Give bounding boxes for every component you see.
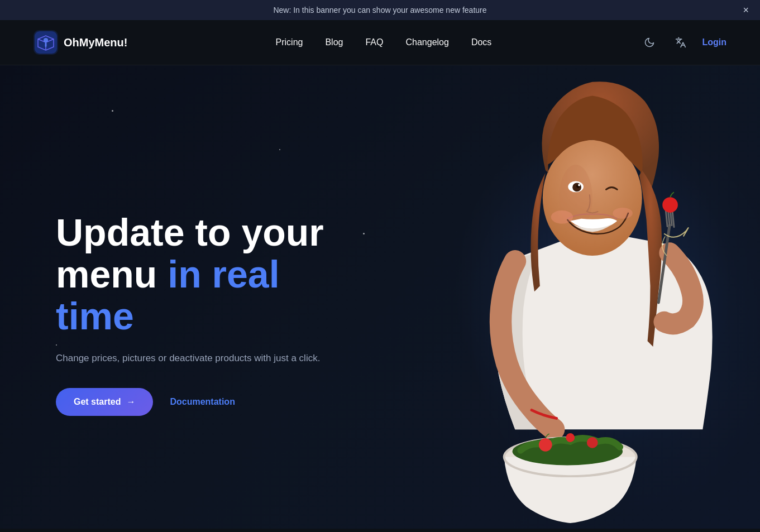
logo-icon [34,30,58,55]
moon-icon [644,37,655,48]
theme-toggle-button[interactable] [639,32,659,52]
top-banner: New: In this banner you can show your aw… [0,0,760,20]
navbar: OhMyMenu! Pricing Blog FAQ Changelog Doc… [0,20,760,65]
nav-item-pricing[interactable]: Pricing [276,37,303,47]
star-decoration [112,110,113,112]
star-decoration [363,233,365,234]
banner-text: New: In this banner you can show your aw… [273,6,486,15]
hero-title: Update to your menu in real time [56,212,324,337]
hero-image [403,71,760,529]
arrow-icon: → [126,397,135,407]
nav-item-blog[interactable]: Blog [325,37,343,47]
svg-point-2 [44,38,48,42]
hero-section: Update to your menu in real time Change … [0,65,760,529]
nav-link-faq[interactable]: FAQ [365,37,383,47]
svg-point-25 [662,197,678,213]
svg-point-11 [578,184,580,186]
svg-point-17 [539,438,552,452]
hero-subtitle: Change prices, pictures or deactivate pr… [56,351,324,366]
nav-item-faq[interactable]: FAQ [365,37,383,47]
star-decoration [279,149,280,150]
nav-item-changelog[interactable]: Changelog [405,37,448,47]
nav-links: Pricing Blog FAQ Changelog Docs [276,37,492,47]
hero-person-illustration [403,71,760,529]
hero-title-line1: Update to your [56,211,324,253]
translate-icon [675,37,686,48]
get-started-label: Get started [74,397,121,407]
hero-title-line3: time [56,295,134,337]
login-button[interactable]: Login [702,37,726,47]
nav-link-pricing[interactable]: Pricing [276,37,303,47]
hero-content: Update to your menu in real time Change … [56,212,324,416]
svg-point-12 [551,210,573,224]
documentation-button[interactable]: Documentation [170,397,235,407]
svg-point-13 [613,208,633,219]
get-started-button[interactable]: Get started → [56,388,153,416]
nav-link-changelog[interactable]: Changelog [405,37,448,47]
nav-link-docs[interactable]: Docs [471,37,491,47]
nav-link-blog[interactable]: Blog [325,37,343,47]
banner-close-button[interactable]: × [743,5,749,15]
translate-button[interactable] [671,32,691,52]
logo-link[interactable]: OhMyMenu! [34,30,127,55]
hero-buttons: Get started → Documentation [56,388,324,416]
hero-title-line2: menu [56,253,168,295]
svg-point-19 [566,433,575,442]
logo-text: OhMyMenu! [64,36,127,49]
svg-rect-3 [45,42,47,47]
nav-actions: Login [639,32,726,52]
nav-item-docs[interactable]: Docs [471,37,491,47]
svg-point-18 [587,437,598,448]
hero-title-highlight: in real [168,253,279,295]
